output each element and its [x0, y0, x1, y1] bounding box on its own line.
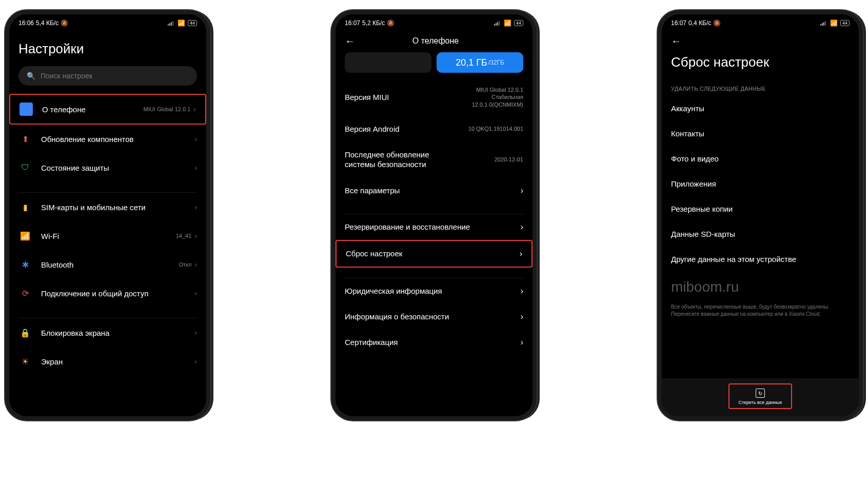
chevron-right-icon: › [194, 203, 197, 211]
row-sim[interactable]: ▮ SIM-карты и мобильные сети › [9, 193, 206, 221]
status-speed: 5,4 КБ/с [36, 19, 58, 27]
row-label: Информация о безопасности [345, 312, 449, 321]
row-label: Все параметры [345, 186, 400, 195]
page-title: Настройки [9, 30, 206, 66]
row-display[interactable]: ☀ Экран › [9, 347, 206, 376]
share-icon: ⟳ [18, 287, 32, 300]
row-value: MIUI Global 12.0.1 [144, 106, 191, 112]
row-security-update[interactable]: Последнее обновление системы безопасност… [336, 141, 532, 178]
svg-rect-4 [494, 24, 495, 26]
chevron-right-icon: › [194, 164, 197, 172]
watermark: miboom.ru [662, 272, 859, 300]
wifi-icon: 📶 [830, 19, 838, 27]
row-label: Wi-Fi [41, 232, 176, 240]
svg-rect-2 [171, 22, 172, 26]
chevron-right-icon: › [194, 260, 197, 269]
phone-settings: 16:06 5,4 КБ/с 🔕 📶 44 Настройки 🔍 Поиск … [5, 10, 210, 420]
row-miui-version[interactable]: Версия MIUI MIUI Global 12.0.1 Стабильна… [336, 78, 532, 116]
signal-icon [820, 21, 827, 26]
status-bar: 16:07 0,4 КБ/с 🔕 📶 44 [662, 14, 859, 30]
chevron-right-icon: › [194, 135, 197, 143]
status-bar: 16:07 5,2 КБ/с 🔕 📶 44 [336, 14, 532, 30]
row-label: Подключение и общий доступ [41, 289, 194, 298]
row-safety[interactable]: Информация о безопасности › [336, 304, 532, 330]
update-icon: ⬆ [18, 132, 32, 146]
wifi-icon: 📶 [177, 19, 185, 27]
item-backups: Резервные копии [662, 196, 859, 221]
header: ← О телефоне [336, 30, 532, 52]
row-security[interactable]: 🛡 Состояние защиты › [9, 153, 206, 182]
mute-icon: 🔕 [713, 19, 721, 27]
shield-icon: 🛡 [18, 161, 32, 174]
row-label: Юридическая информация [345, 287, 442, 295]
row-label: Версия MIUI [345, 93, 389, 101]
storage-used: 20,1 ГБ /32ГБ [437, 52, 523, 73]
row-wifi[interactable]: 📶 Wi-Fi 14_41 › [9, 221, 206, 250]
svg-rect-10 [823, 22, 824, 26]
chevron-right-icon: › [520, 249, 522, 258]
row-about-phone[interactable]: О телефоне MIUI Global 12.0.1 › [9, 94, 206, 125]
search-icon: 🔍 [27, 72, 35, 80]
row-label: Последнее обновление системы безопасност… [345, 150, 452, 170]
search-input[interactable]: 🔍 Поиск настроек [18, 66, 197, 86]
row-value: 2020-12-01 [495, 156, 523, 163]
status-time: 16:07 [345, 19, 360, 27]
chevron-right-icon: › [194, 289, 197, 297]
status-speed: 5,2 КБ/с [362, 19, 385, 27]
row-value: 14_41 [176, 233, 192, 239]
section-label: УДАЛИТЬ СЛЕДУЮЩИЕ ДАННЫЕ [662, 79, 859, 96]
row-value: 10 QKQ1.191014.001 [468, 125, 523, 132]
battery-indicator: 44 [514, 20, 523, 26]
svg-rect-5 [496, 23, 497, 26]
row-value: Откл [179, 261, 191, 268]
chevron-right-icon: › [521, 312, 523, 321]
row-backup[interactable]: Резервирование и восстановление › [336, 214, 532, 240]
svg-rect-0 [168, 24, 169, 26]
brightness-icon: ☀ [18, 355, 32, 368]
row-label: Обновление компонентов [41, 135, 194, 144]
row-share[interactable]: ⟳ Подключение и общий доступ › [9, 279, 206, 308]
row-reset[interactable]: Сброс настроек › [336, 240, 532, 268]
storage-dark [345, 52, 431, 73]
battery-indicator: 44 [840, 20, 850, 26]
sim-icon: ▮ [18, 200, 32, 214]
chevron-right-icon: › [521, 287, 523, 296]
row-update[interactable]: ⬆ Обновление компонентов › [9, 125, 206, 153]
erase-label: Стереть все данные [739, 400, 782, 405]
status-speed: 0,4 КБ/с [688, 19, 711, 27]
header-title: О телефоне [363, 36, 508, 46]
row-bluetooth[interactable]: ✱ Bluetooth Откл › [9, 250, 206, 279]
search-placeholder: Поиск настроек [41, 72, 92, 80]
lock-icon: 🔒 [18, 326, 32, 339]
item-apps: Приложения [662, 171, 859, 196]
row-label: Резервирование и восстановление [345, 222, 470, 231]
mute-icon: 🔕 [387, 19, 394, 27]
chevron-right-icon: › [194, 357, 197, 365]
status-time: 16:07 [671, 19, 686, 27]
row-label: SIM-карты и мобильные сети [41, 203, 194, 212]
back-button[interactable]: ← [345, 35, 355, 47]
row-all-params[interactable]: Все параметры › [336, 178, 532, 204]
chevron-right-icon: › [521, 338, 523, 347]
row-label: Bluetooth [41, 260, 179, 269]
row-android-version[interactable]: Версия Android 10 QKQ1.191014.001 [336, 116, 532, 141]
back-button[interactable]: ← [671, 35, 681, 47]
svg-rect-11 [825, 21, 826, 26]
phone-reset: 16:07 0,4 КБ/с 🔕 📶 44 ← Сброс настроек У… [658, 10, 863, 420]
row-legal[interactable]: Юридическая информация › [336, 278, 532, 304]
svg-rect-3 [172, 21, 173, 26]
storage-card[interactable]: 20,1 ГБ /32ГБ [345, 52, 523, 73]
signal-icon [494, 21, 501, 26]
row-value: MIUI Global 12.0.1 Стабильная 12.0.1.0(Q… [472, 86, 523, 108]
svg-rect-1 [169, 23, 170, 26]
item-sd: Данные SD-карты [662, 221, 859, 247]
erase-all-button[interactable]: ↻ Стереть все данные [728, 383, 793, 409]
signal-icon [168, 21, 175, 26]
row-label: Блокировка экрана [41, 329, 194, 337]
row-cert[interactable]: Сертификация › [336, 330, 532, 355]
storage-used-value: 20,1 ГБ [456, 57, 487, 68]
item-other: Другие данные на этом устройстве [662, 247, 859, 272]
wifi-icon: 📶 [504, 19, 511, 27]
svg-rect-7 [499, 21, 500, 26]
row-lock[interactable]: 🔒 Блокировка экрана › [9, 318, 206, 347]
